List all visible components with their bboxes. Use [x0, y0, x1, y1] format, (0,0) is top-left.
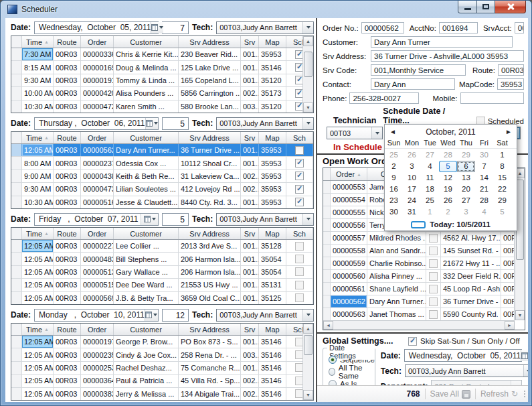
cell-srv[interactable]: 002...: [241, 388, 259, 400]
column-header[interactable]: Time▲: [22, 132, 54, 143]
calendar-day[interactable]: 13: [457, 172, 475, 184]
calendar-day[interactable]: 1: [493, 149, 511, 161]
cell-sch[interactable]: [286, 292, 313, 304]
cell-sch[interactable]: [286, 157, 313, 169]
cell-address[interactable]: 45 Loop Rd - Ash...: [441, 283, 501, 295]
cell-route[interactable]: 00R03: [54, 240, 81, 252]
cell-order[interactable]: 00000556: [331, 219, 367, 231]
cell-route[interactable]: 00R03: [54, 87, 81, 99]
column-header[interactable]: Order: [81, 228, 114, 239]
cell-route[interactable]: 00R03: [54, 336, 81, 348]
cell-srv[interactable]: 002...: [241, 87, 259, 99]
cell-map[interactable]: 35125: [259, 292, 286, 304]
customer-field[interactable]: Dary Ann Turner: [371, 36, 513, 48]
calendar-day[interactable]: 2: [439, 206, 457, 218]
cell-order[interactable]: 00000169: [81, 61, 114, 73]
cell-customer[interactable]: Charlie Robinso...: [367, 257, 426, 269]
scroll-down-icon[interactable]: ▼: [303, 103, 313, 113]
radio-button-icon[interactable]: [329, 356, 337, 364]
cell-map[interactable]: 35953: [259, 48, 286, 60]
calendar-dropdown-button[interactable]: [521, 350, 528, 361]
sch-checkbox[interactable]: [295, 198, 304, 206]
column-header[interactable]: Srv Address: [179, 132, 241, 143]
tech-dropdown[interactable]: 00T03,Judy Ann Barrett: [216, 117, 314, 130]
cell-map[interactable]: 35146: [259, 362, 286, 374]
column-header[interactable]: Srv: [241, 132, 259, 143]
cell-order[interactable]: 00000383: [81, 388, 114, 400]
cell-srv[interactable]: 001...: [241, 61, 259, 73]
cell-address[interactable]: 21553 US Hwy ...: [179, 279, 241, 291]
cell-order[interactable]: 00000558: [331, 245, 367, 257]
minimize-button[interactable]: [458, 1, 477, 13]
column-header[interactable]: Order▲: [331, 168, 367, 180]
order-no-field[interactable]: 00000562: [361, 22, 404, 33]
cell-route[interactable]: 00R02: [501, 308, 515, 320]
cell-time[interactable]: 12:05 AM: [22, 388, 54, 400]
date-field[interactable]: Monday , October 10, 2011: [34, 309, 159, 322]
cell-srv[interactable]: 003...: [241, 100, 259, 113]
cell-sch[interactable]: [286, 266, 313, 278]
appointment-row[interactable]: 7:30 AM 00R03 00000336 Chris & Kerrie Ki…: [11, 48, 313, 61]
cell-map[interactable]: 35120: [259, 100, 286, 113]
column-header[interactable]: Map: [259, 132, 286, 143]
work-order-row[interactable]: 00000559 Charlie Robinso... 21672 Hwy 11…: [323, 257, 515, 270]
sch-checkbox[interactable]: [295, 255, 304, 263]
chevron-down-icon[interactable]: [523, 365, 528, 377]
cell-map[interactable]: 35953: [259, 183, 286, 195]
cell-sch[interactable]: [286, 279, 313, 291]
cell-order[interactable]: 00000438: [81, 170, 114, 182]
mobile-field[interactable]: [460, 92, 524, 104]
appointment-row[interactable]: 9:30 AM 00R03 00000473 Lilian Souleotes …: [11, 183, 313, 196]
cell-route[interactable]: 00R03: [54, 348, 81, 360]
cell-customer[interactable]: Odessia Cox ...: [114, 157, 179, 169]
calendar-day[interactable]: 19: [439, 184, 457, 195]
calendar-day[interactable]: 23: [385, 195, 403, 206]
title-bar[interactable]: Scheduler: [1, 1, 531, 18]
cell-time[interactable]: 10:30 AM: [22, 196, 54, 208]
work-order-checkbox[interactable]: [429, 234, 438, 243]
cell-map[interactable]: 35146: [259, 61, 286, 73]
cell-order[interactable]: 00000473: [81, 183, 114, 195]
chevron-down-icon[interactable]: [302, 22, 313, 33]
cell-order[interactable]: 00000472: [81, 100, 114, 113]
cell-map[interactable]: 35953: [259, 170, 286, 182]
appointment-row[interactable]: 12:05 AM 00R03 00000383 Jerry & Melissa …: [11, 388, 313, 401]
appointment-row[interactable]: 12:05 AM 00R03 00000483 Bill Stephens ..…: [11, 253, 313, 265]
cell-map[interactable]: 35953: [259, 157, 286, 169]
acct-no-field[interactable]: 001694: [439, 22, 478, 33]
work-order-row[interactable]: 00000562 Dary Ann Turner... 36 Turner Dr…: [323, 295, 515, 308]
cell-order[interactable]: 00000555: [331, 206, 367, 218]
column-header[interactable]: Customer: [114, 324, 179, 335]
cell-time[interactable]: 9:30 AM: [22, 183, 54, 195]
calendar-day[interactable]: 5: [493, 206, 511, 218]
column-header[interactable]: Customer: [114, 36, 179, 48]
cell-customer[interactable]: Keith & Beth Re...: [114, 170, 179, 182]
appointment-row[interactable]: 12:05 AM 00R03 00000197 George P. Brow..…: [11, 336, 313, 348]
cell-order[interactable]: 00000191: [81, 74, 114, 86]
column-header[interactable]: Sch: [286, 132, 313, 143]
cell-address[interactable]: 145 Sunset Rd. - ...: [441, 245, 501, 257]
work-order-row[interactable]: 00000561 Shane Layfield ... 45 Loop Rd -…: [323, 283, 515, 295]
cell-srv[interactable]: 001...: [241, 144, 259, 156]
calendar-dropdown-button[interactable]: [141, 214, 158, 225]
save-all-button[interactable]: Save All: [430, 389, 470, 399]
column-header[interactable]: Time▲: [22, 324, 54, 335]
cell-address[interactable]: 4562 Al. Hwy 17...: [441, 232, 501, 244]
cell-check[interactable]: [426, 257, 441, 269]
cell-route[interactable]: 00R03: [54, 157, 81, 169]
column-header[interactable]: Order: [81, 36, 114, 48]
gs-tech-dropdown[interactable]: 00T03,Judy Ann Barrett: [405, 364, 528, 377]
cell-order[interactable]: 00000553: [331, 181, 367, 193]
tech-dropdown[interactable]: 00T03,Judy Ann Barrett: [216, 21, 314, 34]
calendar-dropdown-button[interactable]: [151, 22, 163, 33]
cell-route[interactable]: 00R03: [54, 144, 81, 156]
sch-checkbox[interactable]: [295, 172, 304, 180]
work-order-checkbox[interactable]: [429, 272, 438, 281]
phone-field[interactable]: 256-328-0027: [349, 92, 419, 104]
cell-customer[interactable]: Alisha Pinney ...: [367, 270, 426, 282]
work-order-checkbox[interactable]: [429, 297, 438, 306]
gs-date-field[interactable]: Wednesday, October 05, 2011: [404, 349, 522, 362]
cell-time[interactable]: 12:05 AM: [22, 266, 54, 278]
cell-address[interactable]: 5590 County Rd. ...: [441, 308, 501, 320]
scroll-up-icon[interactable]: ▲: [303, 36, 313, 46]
